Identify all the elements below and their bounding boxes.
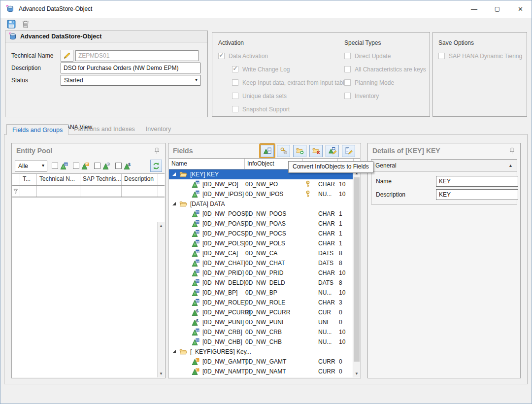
edit-infoobject-button[interactable] [326, 145, 339, 157]
tab-partitions-and-indexes[interactable]: Partitions and Indexes [68, 124, 140, 135]
key-settings-button[interactable] [277, 145, 290, 157]
scroll-down-icon[interactable]: ▼ [158, 370, 165, 377]
checkbox[interactable] [232, 93, 238, 99]
general-section-header[interactable]: General ▲ [371, 160, 517, 172]
minimize-button[interactable]: — [463, 0, 486, 18]
column-header[interactable]: Description [122, 174, 158, 185]
tree-item-row[interactable] [169, 376, 353, 377]
name-cell: [0D_NW_CA] [169, 248, 238, 258]
column-header[interactable]: Technical N... [37, 174, 80, 185]
datatype-cell: CURR [318, 358, 335, 365]
adso-icon [9, 33, 17, 40]
details-name-field[interactable] [436, 176, 518, 187]
tree-item-row[interactable]: [0D_NW_NAMT]0D_NW_NAMTCURR0 [169, 367, 353, 376]
tree-item-row[interactable]: [0D_NW_ROLE]0D_NW_ROLECHAR3 [169, 298, 353, 307]
checkbox[interactable] [94, 163, 100, 169]
delete-folder-button[interactable] [309, 145, 323, 157]
entity-pool-scrollbar[interactable]: ▲ ▼ [157, 222, 165, 377]
scroll-down-icon[interactable]: ▼ [353, 370, 360, 377]
datatype-cell: NU... [318, 338, 332, 345]
edit-field-button[interactable] [342, 145, 355, 157]
tree-item-row[interactable]: [0D_NW_GAMT]0D_NW_GAMTCURR0 [169, 357, 353, 367]
tree-group-row[interactable]: [_KEYFIGURES] Key... [169, 347, 353, 357]
expand-arrow-icon[interactable] [172, 172, 177, 177]
checkbox[interactable] [438, 53, 445, 59]
checkbox[interactable] [344, 93, 351, 99]
convert-infoobjects-button[interactable] [261, 145, 274, 157]
key-icon [304, 180, 312, 188]
tab-inventory[interactable]: Inventory [140, 124, 176, 135]
tree-item-row[interactable]: $[0D_NW_PUNI]0D_NW_PUNIUNI0 [169, 317, 353, 327]
save-icon[interactable] [7, 20, 16, 29]
tree-item-row[interactable]: [0D_NW_CHB]0D_NW_CHBNU...10 [169, 337, 353, 347]
tree-item-row[interactable]: [0D_NW_IPOS]0D_NW_IPOSNU...10 [169, 189, 353, 199]
fields-scrollbar[interactable]: ▲ ▼ [353, 169, 360, 377]
folder-icon [179, 200, 187, 208]
filter-input-cell[interactable] [20, 186, 37, 197]
checkbox[interactable] [73, 163, 79, 169]
edit-technical-name-button[interactable] [61, 50, 73, 62]
close-button[interactable]: ✕ [509, 0, 532, 18]
field-name: [0D_NW_PRID] [202, 269, 244, 276]
tree-item-row[interactable]: [0D_NW_POAS]0D_NW_POASCHAR1 [169, 219, 353, 229]
field-name: [0D_NW_ROLE] [202, 299, 246, 306]
expand-arrow-icon[interactable] [172, 349, 177, 354]
filter-input-cell[interactable] [37, 186, 80, 197]
refresh-button[interactable] [150, 160, 162, 172]
add-folder-button[interactable] [293, 145, 306, 157]
tree-item-row[interactable]: [0D_NW_CHAT]0D_NW_CHATDATS8 [169, 258, 353, 268]
fields-toolbar [261, 145, 356, 157]
filter-input-cell[interactable] [80, 186, 122, 197]
checkbox[interactable] [344, 66, 351, 72]
pin-icon[interactable] [153, 147, 161, 155]
checkbox[interactable] [344, 79, 351, 86]
entity-filter-dropdown[interactable]: Alle [15, 161, 47, 171]
filter-input-cell[interactable] [122, 186, 158, 197]
details-description-field[interactable] [436, 189, 518, 200]
checkbox[interactable] [232, 106, 238, 112]
tree-item-row[interactable]: [0D_NW_POCS]0D_NW_POCSCHAR1 [169, 229, 353, 238]
column-header[interactable] [12, 174, 20, 185]
checkbox[interactable] [232, 66, 238, 72]
tree-group-row[interactable]: [DATA] DATA [169, 199, 353, 209]
field-name: [0D_NW_CA] [202, 250, 238, 257]
column-header[interactable]: T... [20, 174, 37, 185]
tree-item-row[interactable]: [0D_NW_POLS]0D_NW_POLSCHAR1 [169, 238, 353, 248]
tree-item-row[interactable]: [0D_NW_CA]0D_NW_CADATS8 [169, 248, 353, 258]
column-header[interactable]: SAP Technis... [80, 174, 122, 185]
maximize-button[interactable]: ▢ [486, 0, 509, 18]
filter-cell[interactable] [12, 186, 20, 197]
column-header[interactable]: Name [169, 159, 245, 169]
description-field[interactable] [61, 63, 200, 73]
checkbox[interactable] [232, 79, 238, 86]
characteristic-icon [192, 249, 200, 257]
pin-icon[interactable] [508, 147, 516, 155]
checkbox[interactable] [218, 53, 225, 59]
save-options-group: Save Options SAP HANA Dynamic Tiering [432, 32, 527, 117]
status-dropdown[interactable]: Started [61, 75, 200, 86]
checkbox[interactable] [52, 163, 58, 169]
checkbox[interactable] [115, 163, 122, 169]
name-cell: [0D_NW_NAMT] [169, 367, 246, 376]
tree-item-row[interactable]: [0D_NW_BP]0D_NW_BPNU...10 [169, 288, 353, 298]
expand-arrow-icon[interactable] [172, 202, 177, 206]
name-cell: [0D_NW_ROLE] [169, 298, 246, 307]
collapse-arrow-icon[interactable]: ▲ [508, 163, 513, 168]
tree-item-row[interactable]: [0D_NW_PO]0D_NW_POCHAR10 [169, 179, 353, 189]
checkbox-option: Direct Update [344, 49, 426, 63]
tree-item-row[interactable]: [0D_NW_CRB]0D_NW_CRBNU...10 [169, 327, 353, 337]
characteristic-icon [192, 269, 200, 277]
scroll-up-icon[interactable]: ▲ [158, 222, 165, 230]
scroll-thumb[interactable] [354, 177, 360, 362]
datatype-cell: CURR [318, 368, 335, 375]
tree-item-row[interactable]: [0D_NW_PRID]0D_NW_PRIDCHAR10 [169, 268, 353, 278]
tree-item-row[interactable]: $[0D_NW_PCURR]0D_NW_PCURRCUR0 [169, 307, 353, 317]
tab-fields-and-groups[interactable]: Fields and Groups [6, 124, 68, 135]
folder-icon [179, 170, 187, 178]
checkbox[interactable] [344, 53, 351, 59]
technical-name-field[interactable] [75, 50, 199, 61]
edit-infoobject-icon [329, 147, 336, 155]
tree-item-row[interactable]: [0D_NW_DELD]0D_NW_DELDDATS8 [169, 278, 353, 288]
delete-icon[interactable] [21, 20, 30, 29]
tree-item-row[interactable]: [0D_NW_POOS]0D_NW_POOSCHAR1 [169, 209, 353, 219]
